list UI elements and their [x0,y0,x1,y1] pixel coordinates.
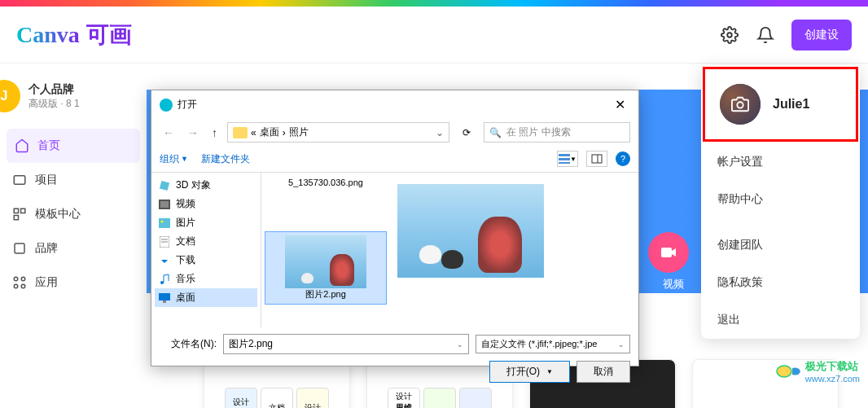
up-icon[interactable]: ↑ [208,125,221,141]
help-icon[interactable]: ? [616,151,630,166]
dialog-footer: 文件名(N): 图片2.png ⌄ 自定义文件 (*.jfif;*.pjpeg;… [151,327,638,389]
brand-info: 个人品牌 高级版 · 8 1 [28,82,80,111]
search-input[interactable]: 🔍 在 照片 中搜索 [484,122,630,143]
file-list: 5_135730.036.png 图片2.png [265,176,387,324]
watermark-url: www.xz7.com [805,374,860,384]
desktop-folder-icon [158,292,171,305]
svg-point-6 [14,277,18,281]
folder-tree: 3D 对象 视频 图片 文档 下载 音乐 桌面 [151,173,261,327]
brand-avatar: J [0,80,20,112]
user-header[interactable]: Julie1 [703,67,858,142]
cancel-button[interactable]: 取消 [576,361,630,383]
chevron-down-icon[interactable]: ⌄ [618,340,625,349]
dialog-body: 3D 对象 视频 图片 文档 下载 音乐 桌面 5_135730.036.png [151,173,638,327]
video-icon [659,243,678,262]
file-open-dialog: 打开 ✕ ← → ↑ « 桌面 › 照片 ⌄ ⟳ 🔍 在 照片 中搜索 组织 ▼… [151,90,639,366]
svg-rect-26 [163,301,166,303]
new-folder-button[interactable]: 新建文件夹 [201,152,250,166]
filename-label: 文件名(N): [160,337,217,351]
file-item-selected[interactable]: 图片2.png [265,231,387,305]
path-box[interactable]: « 桌面 › 照片 ⌄ [227,122,449,143]
dropdown-item-team[interactable]: 创建团队 [701,226,860,264]
settings-icon[interactable] [720,25,739,45]
view-mode-button[interactable]: ▼ [557,151,578,167]
svg-rect-14 [592,155,602,163]
tree-item-desktop[interactable]: 桌面 [155,288,257,307]
dropdown-item-account[interactable]: 帐户设置 [701,143,860,181]
dropdown-item-privacy[interactable]: 隐私政策 [701,264,860,301]
nav-label: 应用 [35,275,58,290]
chevron-down-icon[interactable]: ⌄ [436,127,444,138]
file-thumbnail [285,235,366,288]
svg-point-0 [727,33,732,37]
home-icon [15,138,29,153]
back-icon[interactable]: ← [160,125,178,141]
filename-input[interactable]: 图片2.png ⌄ [223,334,469,354]
refresh-icon[interactable]: ⟳ [456,125,477,141]
dialog-nav: ← → ↑ « 桌面 › 照片 ⌄ ⟳ 🔍 在 照片 中搜索 [151,119,638,146]
dialog-title-text: 打开 [178,98,197,112]
download-folder-icon [158,254,171,267]
dropdown-item-help[interactable]: 帮助中心 [701,181,860,218]
file-item[interactable]: 5_135730.036.png [265,174,387,191]
tree-item-images[interactable]: 图片 [155,213,257,232]
sidebar: J 个人品牌 高级版 · 8 1 首页 项目 模板中心 品牌 应用 [0,64,147,408]
search-placeholder: 在 照片 中搜索 [506,125,571,139]
preview-toggle-button[interactable] [586,151,607,167]
tree-item-music[interactable]: 音乐 [155,270,257,288]
header-right: 创建设 [720,20,852,50]
3d-icon [158,179,171,192]
chevron-down-icon[interactable]: ⌄ [457,340,463,349]
user-avatar[interactable] [720,84,761,125]
svg-point-24 [160,281,164,284]
svg-rect-3 [21,208,25,213]
close-icon[interactable]: ✕ [610,95,630,114]
preview-image [397,184,544,278]
dialog-toolbar: 组织 ▼ 新建文件夹 ▼ ? [151,146,638,173]
svg-rect-2 [14,208,18,213]
brand-box[interactable]: J 个人品牌 高级版 · 8 1 [0,64,147,129]
logo-canva-text: Canva [16,22,80,48]
logo-cn-text: 可画 [86,20,132,50]
tree-item-3d[interactable]: 3D 对象 [155,176,257,195]
brand-name: 个人品牌 [28,82,80,97]
file-area: 5_135730.036.png 图片2.png [261,173,638,327]
folder-icon [12,173,27,187]
search-icon: 🔍 [489,127,502,138]
nav-label: 品牌 [35,241,58,256]
template-icon [12,207,27,222]
image-folder-icon [158,217,171,230]
svg-rect-5 [15,243,24,253]
bell-icon[interactable] [756,25,775,45]
dialog-titlebar: 打开 ✕ [151,90,638,119]
apps-icon [12,275,27,290]
svg-rect-16 [160,180,169,190]
filetype-select[interactable]: 自定义文件 (*.jfif;*.pjpeg;*.jpe ⌄ [476,335,630,353]
open-button[interactable]: 打开(O) ▼ [489,361,570,383]
logo[interactable]: Canva 可画 [16,20,132,50]
nav-label: 首页 [37,138,60,153]
watermark-icon [776,363,802,379]
organize-menu[interactable]: 组织 ▼ [160,152,188,166]
watermark: 极光下载站 www.xz7.com [776,359,860,384]
sidebar-item-templates[interactable]: 模板中心 [0,197,147,231]
svg-point-9 [21,284,25,288]
video-button[interactable] [648,232,689,273]
brand-icon [12,241,27,256]
sidebar-item-projects[interactable]: 项目 [0,163,147,197]
tree-item-documents[interactable]: 文档 [155,232,257,251]
tree-item-video[interactable]: 视频 [155,195,257,213]
brand-subtitle: 高级版 · 8 1 [28,97,80,111]
svg-rect-25 [159,293,170,301]
forward-icon[interactable]: → [184,125,202,141]
preview-pane [393,176,635,324]
svg-point-27 [737,102,743,107]
tree-item-downloads[interactable]: 下载 [155,251,257,270]
sidebar-item-brand[interactable]: 品牌 [0,231,147,265]
svg-rect-13 [559,162,570,164]
watermark-title: 极光下载站 [805,359,860,374]
create-design-button[interactable]: 创建设 [791,20,852,50]
dropdown-item-logout[interactable]: 退出 [701,301,860,339]
sidebar-item-apps[interactable]: 应用 [0,265,147,300]
sidebar-item-home[interactable]: 首页 [7,129,140,163]
